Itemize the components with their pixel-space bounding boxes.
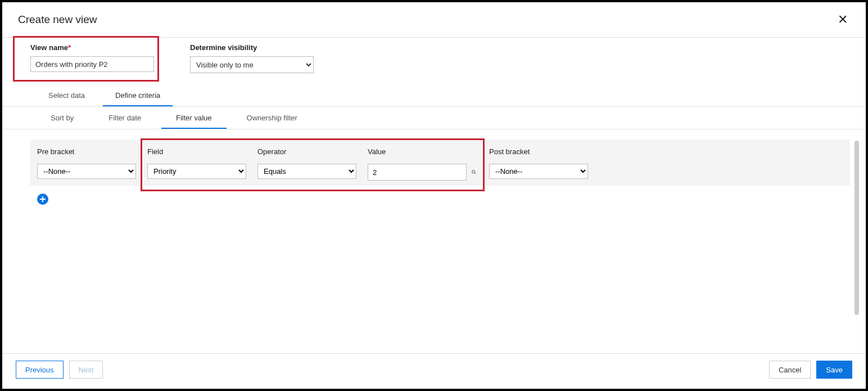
operator-select[interactable]: Equals [257, 164, 356, 179]
tab-ownership-filter[interactable]: Ownership filter [232, 107, 312, 129]
close-icon[interactable]: ✕ [835, 11, 850, 28]
field-header: Field [147, 147, 245, 156]
value-input[interactable] [368, 164, 467, 181]
visibility-label: Determine visibility [190, 43, 314, 52]
value-header: Value [368, 147, 477, 156]
search-icon[interactable] [471, 167, 477, 178]
dialog-header: Create new view ✕ [2, 2, 866, 38]
next-button[interactable]: Next [69, 361, 103, 379]
field-select[interactable]: Priority [147, 164, 246, 179]
field-column: Field Priority [141, 140, 251, 186]
operator-header: Operator [257, 147, 355, 156]
add-row-button[interactable] [37, 194, 48, 205]
svg-line-1 [474, 173, 476, 174]
value-column: Value [361, 140, 482, 186]
operator-column: Operator Equals [251, 140, 361, 186]
pre-bracket-column: Pre bracket --None-- [30, 140, 141, 186]
create-view-dialog: Create new view ✕ View name* Determine v… [2, 2, 866, 389]
row-spacer [593, 140, 850, 186]
tab-filter-value[interactable]: Filter value [161, 107, 227, 129]
svg-point-0 [472, 170, 475, 173]
tab-sort-by[interactable]: Sort by [36, 107, 88, 129]
save-button[interactable]: Save [816, 361, 852, 379]
tab-define-criteria[interactable]: Define criteria [103, 84, 173, 106]
previous-button[interactable]: Previous [16, 361, 64, 379]
post-bracket-select[interactable]: --None-- [489, 164, 588, 179]
pre-bracket-select[interactable]: --None-- [37, 164, 136, 179]
criteria-area: Pre bracket --None-- Field Priority Oper… [2, 140, 866, 186]
cancel-button[interactable]: Cancel [769, 361, 811, 379]
visibility-group: Determine visibility Visible only to me [174, 38, 317, 80]
criteria-row: Pre bracket --None-- Field Priority Oper… [30, 140, 850, 186]
dialog-title: Create new view [18, 14, 97, 26]
post-bracket-header: Post bracket [489, 147, 587, 156]
dialog-footer: Previous Next Cancel Save [2, 353, 866, 385]
visibility-select[interactable]: Visible only to me [190, 56, 314, 73]
plus-icon [39, 196, 46, 203]
primary-tabs: Select data Define criteria [2, 84, 866, 107]
view-name-label: View name* [30, 43, 154, 52]
view-name-input[interactable] [30, 56, 154, 72]
tab-select-data[interactable]: Select data [36, 84, 97, 106]
secondary-tabs: Sort by Filter date Filter value Ownersh… [2, 107, 866, 129]
scrollbar[interactable] [855, 141, 859, 315]
tab-filter-date[interactable]: Filter date [94, 107, 156, 129]
post-bracket-column: Post bracket --None-- [482, 140, 593, 186]
view-name-group: View name* [15, 38, 157, 80]
pre-bracket-header: Pre bracket [37, 147, 135, 156]
top-fields: View name* Determine visibility Visible … [2, 38, 866, 80]
